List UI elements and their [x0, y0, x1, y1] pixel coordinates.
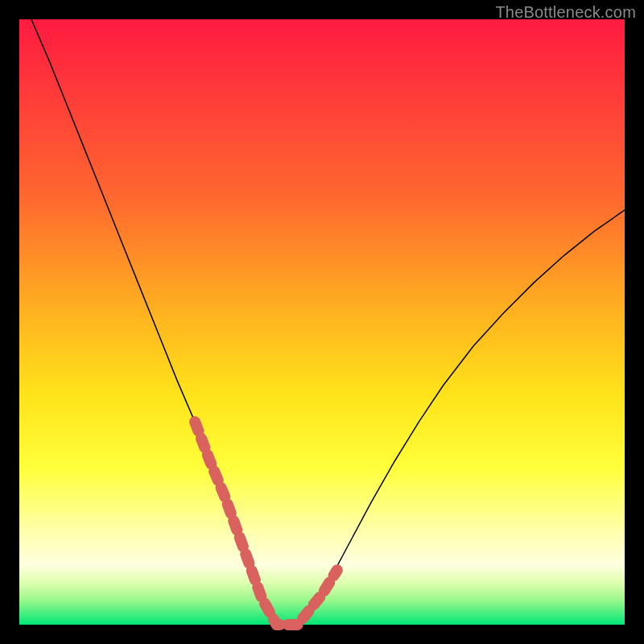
chart-frame: TheBottleneck.com	[0, 0, 644, 644]
bottleneck-curve	[31, 19, 625, 625]
curve-layer	[19, 19, 625, 625]
plot-area	[19, 19, 625, 625]
optimal-window-highlight	[195, 422, 337, 625]
watermark-text: TheBottleneck.com	[495, 3, 636, 22]
